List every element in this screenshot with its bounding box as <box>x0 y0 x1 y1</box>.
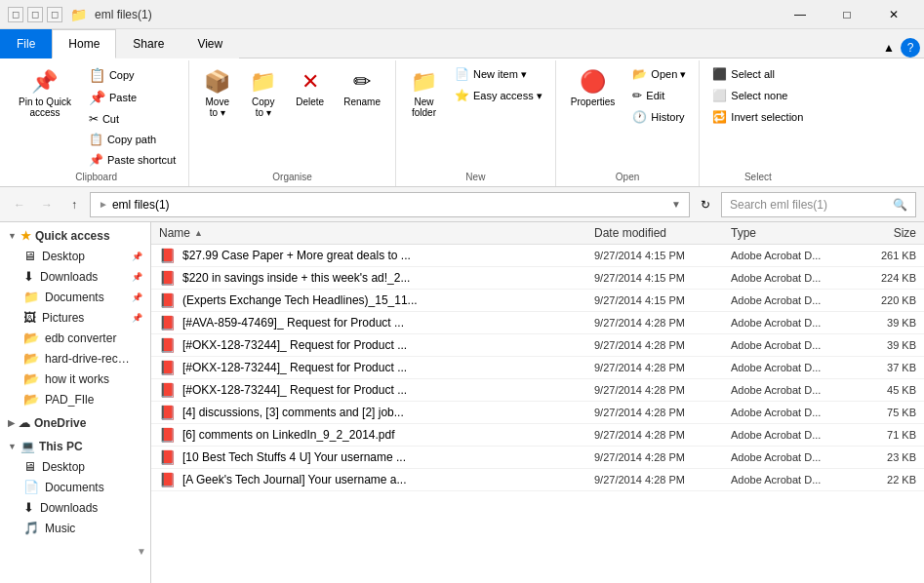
sidebar-item-downloads-pc[interactable]: ⬇ Downloads <box>0 497 150 518</box>
pdf-icon-10: 📕 <box>159 472 177 487</box>
edb-converter-icon: 📂 <box>23 330 39 345</box>
sidebar-quick-access-header[interactable]: ▼ ★ Quick access <box>0 226 150 246</box>
column-size[interactable]: Size <box>848 226 916 240</box>
folder-icon-title: 📁 <box>70 7 87 22</box>
invert-selection-button[interactable]: 🔁 Invert selection <box>705 107 810 127</box>
quick-access-icon[interactable]: ◻ <box>8 7 23 22</box>
column-name[interactable]: Name ▲ <box>159 226 594 240</box>
minimize-button[interactable]: — <box>778 0 823 29</box>
sidebar-item-pad-file[interactable]: 📂 PAD_FIle <box>0 389 150 409</box>
file-date-8: 9/27/2014 4:28 PM <box>594 429 731 441</box>
copy-path-icon: 📋 <box>89 133 103 146</box>
copy-path-button[interactable]: 📋 Copy path <box>82 130 182 149</box>
sidebar-item-edb-converter[interactable]: 📂 edb converter <box>0 328 150 348</box>
column-date[interactable]: Date modified <box>594 226 731 240</box>
cut-button[interactable]: ✂ Cut <box>82 109 182 129</box>
ribbon-collapse-btn[interactable]: ▲ <box>879 38 899 58</box>
easy-access-icon: ⭐ <box>455 89 469 102</box>
file-type-2: Adobe Acrobat D... <box>731 294 848 306</box>
rename-button[interactable]: ✏ Rename <box>335 64 389 112</box>
search-bar[interactable]: Search eml files(1) 🔍 <box>721 192 916 217</box>
file-date-9: 9/27/2014 4:28 PM <box>594 451 731 463</box>
column-type[interactable]: Type <box>731 226 848 240</box>
copy-icon: 📋 <box>89 67 105 83</box>
file-date-10: 9/27/2014 4:28 PM <box>594 474 731 486</box>
sidebar-item-hard-drive[interactable]: 📂 hard-drive-recov... <box>0 348 150 369</box>
new-folder-icon: 📁 <box>411 69 437 95</box>
documents-label-pc: Documents <box>45 481 104 494</box>
properties-label: Properties <box>571 97 616 107</box>
table-row[interactable]: 📕 $27.99 Case Paper + More great deals t… <box>151 245 924 267</box>
history-button[interactable]: 🕐 History <box>625 107 693 127</box>
edit-button[interactable]: ✏ Edit <box>625 86 693 105</box>
paste-shortcut-button[interactable]: 📌 Paste shortcut <box>82 150 182 170</box>
copy-to-button[interactable]: 📁 Copyto ▾ <box>241 64 285 123</box>
properties-button[interactable]: 🔴 Properties <box>562 64 624 112</box>
pin-indicator-desktop: 📌 <box>132 252 142 261</box>
new-folder-button[interactable]: 📁 Newfolder <box>402 64 446 123</box>
table-row[interactable]: 📕 [#OKX-128-73244]_ Request for Product … <box>151 357 924 379</box>
easy-access-label: Easy access ▾ <box>473 90 542 102</box>
file-size-10: 22 KB <box>848 474 916 486</box>
tab-view[interactable]: View <box>181 29 239 58</box>
pdf-icon-2: 📕 <box>159 292 177 308</box>
how-it-works-label: how it works <box>45 372 109 386</box>
file-name-0: $27.99 Case Paper + More great deals to … <box>182 249 594 262</box>
forward-button[interactable]: → <box>35 193 59 216</box>
copy-button[interactable]: 📋 Copy <box>82 64 182 86</box>
table-row[interactable]: 📕 [#OKX-128-73244]_ Request for Product … <box>151 379 924 402</box>
open-button[interactable]: 📂 Open ▾ <box>625 64 693 84</box>
file-date-5: 9/27/2014 4:28 PM <box>594 362 731 373</box>
ribbon: 📌 Pin to Quickaccess 📋 Copy 📌 Paste ✂ Cu… <box>0 58 924 187</box>
sidebar-item-desktop-pc[interactable]: 🖥 Desktop <box>0 456 150 477</box>
rename-label: Rename <box>343 97 381 107</box>
pin-to-quick-access-button[interactable]: 📌 Pin to Quickaccess <box>10 64 80 123</box>
title-bar: ◻ ◻ ◻ 📁 eml files(1) — □ ✕ <box>0 0 924 29</box>
table-row[interactable]: 📕 [#AVA-859-47469]_ Request for Product … <box>151 312 924 334</box>
onedrive-arrow: ▶ <box>8 418 15 428</box>
table-row[interactable]: 📕 [#OKX-128-73244]_ Request for Product … <box>151 334 924 357</box>
table-row[interactable]: 📕 (Experts Exchange Tech Headlines)_15_1… <box>151 290 924 312</box>
file-size-9: 23 KB <box>848 451 916 463</box>
up-button[interactable]: ↑ <box>62 193 86 216</box>
window-title: eml files(1) <box>95 8 778 21</box>
back-button[interactable]: ← <box>8 193 31 216</box>
this-pc-icon: 💻 <box>20 440 35 453</box>
history-icon: 🕐 <box>632 110 647 124</box>
delete-button[interactable]: ✕ Delete <box>287 64 333 112</box>
sidebar-onedrive-header[interactable]: ▶ ☁ OneDrive <box>0 413 150 433</box>
select-all-button[interactable]: ⬛ Select all <box>705 64 810 84</box>
move-to-button[interactable]: 📦 Moveto ▾ <box>195 64 239 123</box>
sidebar-item-pictures-quick[interactable]: 🖼 Pictures 📌 <box>0 307 150 328</box>
address-bar[interactable]: ► eml files(1) ▼ <box>90 192 690 217</box>
select-none-button[interactable]: ⬜ Select none <box>705 86 810 105</box>
desktop-label-pc: Desktop <box>42 460 85 474</box>
table-row[interactable]: 📕 [4] discussions, [3] comments and [2] … <box>151 402 924 424</box>
new-item-button[interactable]: 📄 New item ▾ <box>448 64 549 84</box>
easy-access-button[interactable]: ⭐ Easy access ▾ <box>448 86 549 105</box>
documents-icon-pc: 📄 <box>23 480 39 494</box>
sidebar-this-pc-header[interactable]: ▼ 💻 This PC <box>0 437 150 456</box>
tab-share[interactable]: Share <box>116 29 181 58</box>
paste-button[interactable]: 📌 Paste <box>82 87 182 108</box>
sidebar-item-documents-pc[interactable]: 📄 Documents <box>0 477 150 497</box>
tab-file[interactable]: File <box>0 29 52 58</box>
table-row[interactable]: 📕 [10 Best Tech Stuffs 4 U] Your usernam… <box>151 447 924 469</box>
table-row[interactable]: 📕 [6] comments on LinkedIn_9_2_2014.pdf … <box>151 424 924 447</box>
sidebar-item-documents-quick[interactable]: 📁 Documents 📌 <box>0 287 150 307</box>
sidebar-scroll-indicator: ▼ <box>0 542 150 561</box>
sidebar-item-desktop-quick[interactable]: 🖥 Desktop 📌 <box>0 246 150 266</box>
refresh-button[interactable]: ↻ <box>694 193 717 216</box>
sidebar-item-music-pc[interactable]: 🎵 Music <box>0 518 150 538</box>
table-row[interactable]: 📕 $220 in savings inside + this week's a… <box>151 267 924 290</box>
back-icon-title[interactable]: ◻ <box>27 7 43 22</box>
close-button[interactable]: ✕ <box>871 0 916 29</box>
ribbon-group-clipboard: 📌 Pin to Quickaccess 📋 Copy 📌 Paste ✂ Cu… <box>4 60 189 186</box>
help-button[interactable]: ? <box>901 38 920 58</box>
forward-icon-title[interactable]: ◻ <box>47 7 62 22</box>
table-row[interactable]: 📕 [A Geek's Tech Journal] Your username … <box>151 469 924 491</box>
tab-home[interactable]: Home <box>52 29 116 58</box>
sidebar-item-how-it-works[interactable]: 📂 how it works <box>0 369 150 389</box>
maximize-button[interactable]: □ <box>824 0 869 29</box>
sidebar-item-downloads-quick[interactable]: ⬇ Downloads 📌 <box>0 266 150 287</box>
